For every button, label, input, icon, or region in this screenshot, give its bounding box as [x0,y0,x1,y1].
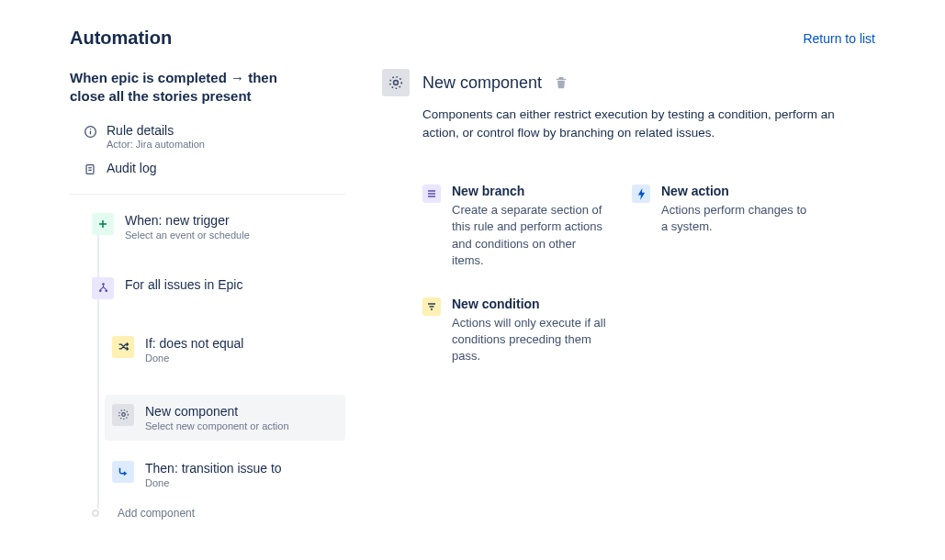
svg-point-11 [121,413,125,417]
branch-icon [92,277,114,299]
flow-new-component-sub: Select new component or action [145,420,289,431]
flow-new-component[interactable]: New component Select new component or ac… [105,395,345,441]
trash-icon[interactable] [555,76,568,89]
flow-branch[interactable]: For all issues in Epic [84,272,345,305]
rule-details-item[interactable]: Rule details Actor: Jira automation [70,119,345,157]
flow-trigger-title: When: new trigger [125,213,250,228]
cog-icon [382,69,410,96]
flow-action-title: Then: transition issue to [145,461,282,476]
return-to-list-link[interactable]: Return to list [803,31,875,46]
option-action-title: New action [661,184,816,198]
option-action-desc: Actions perform changes to a system. [661,202,816,235]
option-new-condition[interactable]: New condition Actions will only execute … [422,297,606,365]
add-component-row[interactable]: Add component [84,507,345,520]
option-condition-title: New condition [452,297,606,311]
flow-condition[interactable]: If: does not equal Done [105,330,345,369]
plus-icon [92,213,114,235]
option-new-branch[interactable]: New branch Create a separate section of … [422,184,606,269]
svg-point-10 [105,289,107,292]
svg-point-2 [89,129,90,129]
option-condition-desc: Actions will only execute if all conditi… [452,315,606,365]
audit-log-item[interactable]: Audit log [70,157,345,185]
flow-action-sub: Done [145,477,282,488]
option-branch-title: New branch [452,184,606,198]
flow-branch-title: For all issues in Epic [125,277,242,292]
flow-condition-title: If: does not equal [145,336,243,351]
page-title: Automation [70,28,172,49]
audit-log-label: Audit log [107,161,156,175]
panel-description: Components can either restrict execution… [422,106,863,141]
shuffle-icon [112,336,134,358]
panel-title: New component [422,73,542,93]
option-new-action[interactable]: New action Actions perform changes to a … [632,184,816,235]
clipboard-icon [83,162,97,177]
flow-action[interactable]: Then: transition issue to Done [105,455,345,494]
flow-new-component-title: New component [145,404,289,419]
rule-title: When epic is completed → then close all … [70,69,309,106]
svg-point-8 [102,283,105,286]
add-dot-icon [92,510,99,517]
svg-point-14 [390,77,402,89]
option-branch-desc: Create a separate section of this rule a… [452,202,606,269]
svg-point-12 [118,410,128,420]
info-icon [83,125,97,140]
svg-point-9 [98,289,101,292]
svg-point-13 [394,81,399,85]
flow-trigger[interactable]: When: new trigger Select an event or sch… [84,207,345,246]
rule-details-label: Rule details [107,123,205,138]
flow-trigger-sub: Select an event or schedule [125,230,250,241]
cog-icon [112,404,134,426]
list-icon [422,185,441,203]
bolt-icon [632,185,650,203]
svg-rect-3 [86,165,94,174]
rule-actor-label: Actor: Jira automation [107,139,205,150]
filter-icon [422,297,441,316]
add-component-label: Add component [118,507,195,520]
transition-icon [112,461,134,483]
flow-condition-sub: Done [145,353,243,364]
